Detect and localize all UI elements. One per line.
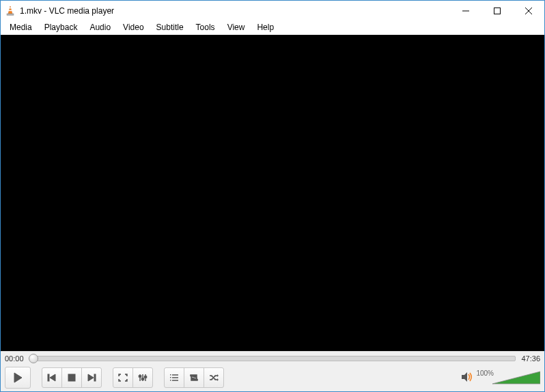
window-controls: [450, 1, 544, 21]
seek-thumb[interactable]: [29, 354, 38, 363]
video-area[interactable]: [1, 35, 544, 351]
menu-view[interactable]: View: [221, 21, 251, 33]
svg-marker-31: [492, 372, 540, 384]
previous-button[interactable]: [42, 367, 62, 388]
menu-video[interactable]: Video: [117, 21, 150, 33]
playlist-button[interactable]: [164, 367, 184, 388]
svg-rect-17: [139, 376, 141, 377]
volume-percent: 100%: [476, 369, 494, 377]
buttons-row: 100%: [1, 365, 544, 391]
svg-rect-13: [94, 374, 96, 381]
vlc-cone-icon: [5, 5, 16, 16]
volume-control: 100%: [461, 370, 540, 385]
menu-bar: Media Playback Audio Video Subtitle Tool…: [1, 21, 544, 35]
maximize-button[interactable]: [481, 1, 513, 21]
seek-row: 00:00 47:36: [1, 352, 544, 365]
menu-subtitle[interactable]: Subtitle: [150, 21, 190, 33]
menu-help[interactable]: Help: [251, 21, 280, 33]
svg-rect-3: [7, 14, 14, 15]
close-button[interactable]: [513, 1, 544, 21]
shuffle-button[interactable]: [204, 367, 224, 388]
svg-marker-30: [462, 372, 467, 382]
svg-rect-25: [170, 380, 171, 381]
volume-slider[interactable]: [492, 370, 540, 385]
loop-button[interactable]: [184, 367, 204, 388]
menu-tools[interactable]: Tools: [190, 21, 221, 33]
controls-bar: 00:00 47:36: [1, 351, 544, 391]
playlist-group: [164, 367, 224, 388]
window-title: 1.mkv - VLC media player: [20, 6, 450, 16]
fullscreen-button[interactable]: [113, 367, 133, 388]
svg-marker-0: [8, 6, 12, 14]
svg-marker-8: [14, 373, 22, 382]
svg-rect-11: [68, 374, 75, 381]
menu-audio[interactable]: Audio: [83, 21, 117, 33]
svg-marker-10: [50, 374, 55, 381]
svg-marker-29: [217, 378, 219, 381]
next-button[interactable]: [81, 367, 102, 388]
svg-marker-12: [88, 374, 94, 381]
svg-rect-19: [145, 376, 147, 378]
seek-slider[interactable]: [29, 356, 516, 361]
stop-button[interactable]: [61, 367, 82, 388]
svg-rect-23: [170, 374, 171, 376]
menu-media[interactable]: Media: [3, 21, 38, 33]
svg-rect-9: [48, 374, 49, 381]
svg-rect-2: [8, 10, 12, 12]
total-duration[interactable]: 47:36: [520, 354, 540, 363]
svg-rect-1: [9, 8, 12, 8]
extended-settings-button[interactable]: [132, 367, 153, 388]
menu-playback[interactable]: Playback: [38, 21, 84, 33]
speaker-icon[interactable]: [461, 372, 473, 384]
playback-group: [42, 367, 102, 388]
view-group: [113, 367, 153, 388]
svg-rect-5: [494, 8, 501, 14]
svg-marker-28: [217, 374, 219, 377]
elapsed-time[interactable]: 00:00: [5, 354, 25, 363]
title-bar: 1.mkv - VLC media player: [1, 1, 544, 21]
svg-rect-24: [170, 377, 171, 378]
play-button[interactable]: [5, 367, 31, 389]
svg-rect-18: [142, 378, 144, 380]
minimize-button[interactable]: [450, 1, 481, 21]
